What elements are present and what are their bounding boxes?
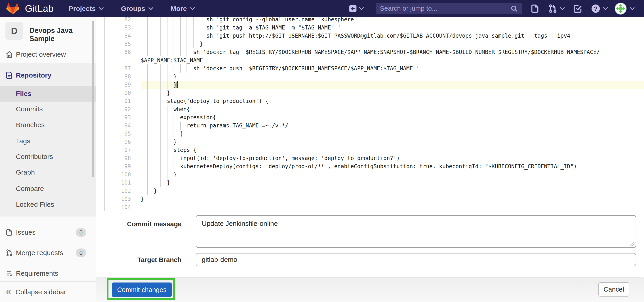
sidebar-item-merge-requests[interactable]: Merge requests 0 xyxy=(0,244,96,261)
merge-requests-menu[interactable] xyxy=(548,4,565,13)
code-line: } xyxy=(141,89,644,97)
code-line: } xyxy=(141,187,644,195)
line-number: 86 xyxy=(105,48,131,56)
chevron-down-icon xyxy=(603,7,608,10)
sidebar-item-commits[interactable]: Commits xyxy=(0,101,96,117)
line-number: 82 xyxy=(105,17,131,23)
sidebar-item-project-overview[interactable]: Project overview xyxy=(0,46,96,63)
sidebar-item-files[interactable]: Files xyxy=(0,86,96,102)
target-branch-input[interactable] xyxy=(196,253,636,266)
code-row[interactable]: 98input(id: 'deploy-to-production', mess… xyxy=(105,154,644,162)
sidebar-item-branches[interactable]: Branches xyxy=(0,117,96,133)
code-row[interactable]: 88} xyxy=(105,72,644,81)
code-row[interactable]: 93expression{ xyxy=(105,113,644,122)
code-row[interactable]: 94return params.TAG_NAME =~ /v.*/ xyxy=(105,122,644,130)
code-line: } xyxy=(141,40,644,48)
code-row[interactable]: 89} xyxy=(105,81,644,89)
code-line: sh 'git config --global user.name "kubes… xyxy=(141,17,644,23)
code-line: } xyxy=(141,81,644,89)
code-row[interactable]: 101} xyxy=(105,179,644,187)
code-row[interactable]: 96} xyxy=(105,138,644,146)
line-number: 101 xyxy=(105,179,131,187)
code-row[interactable]: 100} xyxy=(105,171,644,179)
top-navbar: GitLab Projects Groups More Search or ju… xyxy=(0,0,644,17)
file-editor[interactable]: 82sh 'git config --global user.name "kub… xyxy=(104,17,644,211)
line-number: 92 xyxy=(105,105,131,113)
code-row[interactable]: 84sh 'git push http://$GIT_USERNAME:$GIT… xyxy=(105,32,644,40)
menu-groups[interactable]: Groups xyxy=(121,5,154,12)
sidebar-item-contributors[interactable]: Contributors xyxy=(0,149,96,165)
line-number: 87 xyxy=(105,64,131,72)
code-row[interactable]: 85} xyxy=(105,40,644,48)
sidebar-item-requirements[interactable]: Requirements xyxy=(0,265,96,282)
code-row[interactable]: 99kubernetesDeploy(configs: 'deploy/prod… xyxy=(105,162,644,171)
sidebar-item-issues[interactable]: Issues 0 xyxy=(0,224,96,241)
code-link: http://$GIT_USERNAME:$GIT_PASSWORD@gitla… xyxy=(249,33,524,39)
search-placeholder: Search or jump to... xyxy=(380,5,510,12)
project-name[interactable]: Devops Java Sample xyxy=(30,26,96,43)
tanuki-icon xyxy=(6,2,20,15)
chevron-down-icon xyxy=(190,7,195,10)
help-menu[interactable]: ? xyxy=(591,4,608,13)
cancel-button[interactable]: Cancel xyxy=(598,282,629,297)
code-line: } xyxy=(141,72,644,81)
code-line: sh 'docker push $REGISTRY/$DOCKERHUB_NAM… xyxy=(141,64,644,72)
collapse-icon: « xyxy=(6,287,11,296)
code-row[interactable]: 86sh 'docker tag $REGISTRY/$DOCKERHUB_NA… xyxy=(105,48,644,56)
commit-message-input[interactable]: Update Jenkinsfile-online xyxy=(196,215,636,248)
code-row[interactable]: 83sh 'git tag -a $TAG_NAME -m "$TAG_NAME… xyxy=(105,23,644,32)
code-row[interactable]: 91stage('deploy to production') { xyxy=(105,97,644,105)
line-number: 91 xyxy=(105,97,131,105)
search-icon xyxy=(510,5,518,12)
line-number: 83 xyxy=(105,23,131,32)
avatar xyxy=(615,3,626,14)
sidebar-item-locked-files[interactable]: Locked Files xyxy=(0,197,96,212)
code-row[interactable]: 95} xyxy=(105,130,644,138)
code-row[interactable]: 104 xyxy=(105,203,644,211)
search-input[interactable]: Search or jump to... xyxy=(376,3,522,14)
line-number: 97 xyxy=(105,146,131,154)
sidebar-scrollbar[interactable] xyxy=(92,21,94,177)
chevron-down-icon xyxy=(560,7,565,10)
line-number: 90 xyxy=(105,89,131,97)
commit-changes-button[interactable]: Commit changes xyxy=(112,283,172,297)
code-row[interactable]: 102} xyxy=(105,187,644,195)
line-number: 99 xyxy=(105,162,131,171)
chevron-down-icon xyxy=(359,7,364,10)
code-row[interactable]: 103} xyxy=(105,195,644,203)
code-row[interactable]: 92when{ xyxy=(105,105,644,113)
code-row[interactable]: 97steps { xyxy=(105,146,644,154)
user-menu[interactable] xyxy=(615,3,635,14)
line-number xyxy=(105,56,131,64)
gitlab-logo[interactable]: GitLab xyxy=(6,2,54,15)
issues-icon[interactable] xyxy=(530,4,540,13)
code-row[interactable]: 87sh 'docker push $REGISTRY/$DOCKERHUB_N… xyxy=(105,64,644,72)
help-icon: ? xyxy=(591,4,601,13)
line-number: 104 xyxy=(105,203,131,211)
merge-requests-count-badge: 0 xyxy=(76,249,86,257)
sidebar-item-tags[interactable]: Tags xyxy=(0,133,96,149)
code-row[interactable]: 82sh 'git config --global user.name "kub… xyxy=(105,17,644,23)
code-row[interactable]: $APP_NAME:$TAG_NAME ' xyxy=(105,56,644,64)
line-number: 89 xyxy=(105,81,131,89)
project-avatar[interactable]: D xyxy=(6,22,23,40)
collapse-sidebar-button[interactable]: « Collapse sidebar xyxy=(0,284,96,301)
text-cursor xyxy=(177,81,178,88)
menu-projects[interactable]: Projects xyxy=(69,5,104,12)
textarea-resize-handle[interactable] xyxy=(630,242,634,246)
sidebar-item-compare[interactable]: Compare xyxy=(0,181,96,197)
menu-more[interactable]: More xyxy=(171,5,195,12)
sidebar-item-repository[interactable]: Repository xyxy=(0,67,96,84)
code-line: $APP_NAME:$TAG_NAME ' xyxy=(141,56,644,64)
code-row[interactable]: 90} xyxy=(105,89,644,97)
code-line: } xyxy=(141,195,644,203)
line-number: 94 xyxy=(105,122,131,130)
line-number: 98 xyxy=(105,154,131,162)
todos-icon[interactable] xyxy=(573,4,582,13)
sidebar-item-graph[interactable]: Graph xyxy=(0,164,96,180)
new-item-button[interactable] xyxy=(348,4,364,13)
requirements-icon xyxy=(6,270,16,277)
line-number: 93 xyxy=(105,113,131,122)
doc-text-icon xyxy=(6,71,16,79)
code-line xyxy=(141,203,644,211)
